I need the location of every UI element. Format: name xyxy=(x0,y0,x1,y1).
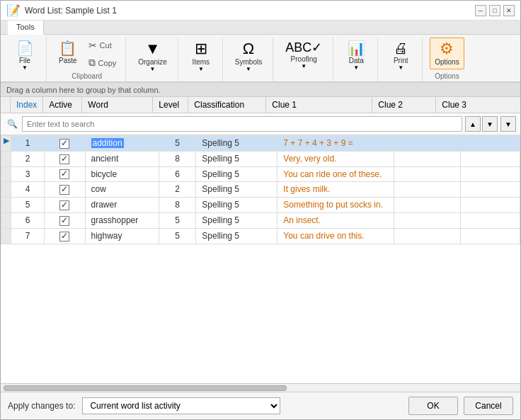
app-icon: 📝 xyxy=(6,4,21,17)
group-hint-bar: Drag a column here to group by that colu… xyxy=(1,83,520,97)
row-clue2 xyxy=(394,151,461,166)
row-clue2 xyxy=(394,228,461,244)
row-clue2 xyxy=(394,198,461,213)
search-down-button[interactable]: ▼ xyxy=(482,116,498,132)
file-dropdown-arrow: ▼ xyxy=(22,64,28,71)
active-checkbox[interactable] xyxy=(59,232,69,242)
row-active[interactable] xyxy=(45,228,85,244)
row-active[interactable] xyxy=(45,182,85,198)
classification-header[interactable]: Classification xyxy=(188,97,266,113)
close-button[interactable]: ✕ xyxy=(503,5,515,16)
table-row[interactable]: 2ancient8Spelling 5Very, very old. xyxy=(1,151,520,166)
proofing-button[interactable]: ABC✓ Proofing ▼ xyxy=(280,38,327,73)
row-clue3 xyxy=(461,151,520,166)
title-bar-left: 📝 Word List: Sample List 1 xyxy=(6,4,117,17)
horizontal-scrollbar[interactable] xyxy=(1,383,520,392)
clue1-header[interactable]: Clue 1 xyxy=(266,97,372,113)
table-row[interactable]: 6grasshopper5Spelling 5An insect. xyxy=(1,213,520,229)
cut-copy-column: ✂ Cut ⧉ Copy xyxy=(85,38,120,71)
active-checkbox[interactable] xyxy=(59,216,69,226)
row-indicator xyxy=(1,228,11,244)
ribbon-group-print: 🖨 Print ▼ xyxy=(379,38,423,81)
ribbon: Tools 📄 File ▼ 📋 Paste xyxy=(1,21,520,83)
row-active[interactable] xyxy=(45,213,85,229)
paste-icon: 📋 xyxy=(59,41,76,55)
apply-select[interactable]: Current word list activityAll activities… xyxy=(82,397,280,414)
row-indicator: ▶ xyxy=(1,136,11,152)
ribbon-group-file: 📄 File ▼ xyxy=(4,38,47,81)
row-level: 8 xyxy=(159,151,196,166)
row-active[interactable] xyxy=(45,166,85,182)
h-scroll-thumb[interactable] xyxy=(4,385,287,391)
proofing-label: Proofing xyxy=(291,55,317,63)
items-label: Items xyxy=(193,58,210,66)
row-clue3 xyxy=(461,213,520,229)
symbols-button[interactable]: Ω Symbols ▼ xyxy=(230,38,267,76)
row-active[interactable] xyxy=(45,136,85,152)
ribbon-group-options: ⚙ Options Options xyxy=(424,38,469,81)
row-active[interactable] xyxy=(45,198,85,213)
print-label: Print xyxy=(394,57,408,64)
table-row[interactable]: ▶1addition5Spelling 57 + 7 + 4 + 3 + 9 = xyxy=(1,136,520,152)
table-row[interactable]: 5drawer8Spelling 5Something to put socks… xyxy=(1,198,520,213)
row-clue1: Something to put socks in. xyxy=(277,198,394,213)
active-header[interactable]: Active xyxy=(43,97,82,113)
copy-button[interactable]: ⧉ Copy xyxy=(85,55,120,71)
organize-button[interactable]: ▼ Organize ▼ xyxy=(133,38,172,76)
symbols-arrow: ▼ xyxy=(246,66,251,72)
active-checkbox[interactable] xyxy=(59,185,69,195)
print-group-items: 🖨 Print ▼ xyxy=(385,38,416,79)
items-button[interactable]: ⊞ Items ▼ xyxy=(185,38,217,76)
window-title: Word List: Sample List 1 xyxy=(25,6,117,16)
search-input[interactable] xyxy=(22,116,462,132)
row-indicator xyxy=(1,151,11,166)
proofing-arrow: ▼ xyxy=(301,63,307,69)
maximize-button[interactable]: □ xyxy=(489,5,500,16)
organize-icon: ▼ xyxy=(145,41,161,57)
ok-button[interactable]: OK xyxy=(408,397,458,415)
row-clue2 xyxy=(394,182,461,198)
active-checkbox[interactable] xyxy=(59,169,69,179)
row-classification: Spelling 5 xyxy=(196,151,277,166)
search-icon: 🔍 xyxy=(5,119,19,129)
row-word: grasshopper xyxy=(85,213,159,229)
row-clue2 xyxy=(394,213,461,229)
row-clue3 xyxy=(461,198,520,213)
main-window: 📝 Word List: Sample List 1 ─ □ ✕ Tools 📄… xyxy=(0,0,521,420)
row-level: 8 xyxy=(159,198,196,213)
row-index: 5 xyxy=(11,198,45,213)
cut-button[interactable]: ✂ Cut xyxy=(85,38,120,53)
cancel-button[interactable]: Cancel xyxy=(464,397,513,415)
index-header[interactable]: Index xyxy=(11,97,43,113)
row-word: ancient xyxy=(85,151,159,166)
filter-button[interactable]: ▼ xyxy=(500,116,516,132)
word-header[interactable]: Word xyxy=(82,97,153,113)
table-row[interactable]: 3bicycle6Spelling 5You can ride one of t… xyxy=(1,166,520,182)
search-up-button[interactable]: ▲ xyxy=(465,116,481,132)
clue2-header[interactable]: Clue 2 xyxy=(372,97,436,113)
level-header[interactable]: Level xyxy=(153,97,188,113)
active-checkbox[interactable] xyxy=(59,154,69,164)
paste-button[interactable]: 📋 Paste xyxy=(54,38,82,71)
options-label: Options xyxy=(435,58,459,66)
data-button[interactable]: 📊 Data ▼ xyxy=(340,38,372,74)
row-active[interactable] xyxy=(45,151,85,166)
active-checkbox[interactable] xyxy=(59,200,69,210)
scrollbar-space xyxy=(493,97,501,113)
table-row[interactable]: 4cow2Spelling 5It gives milk. xyxy=(1,182,520,198)
proofing-icon: ABC✓ xyxy=(285,41,322,54)
print-button[interactable]: 🖨 Print ▼ xyxy=(385,38,416,74)
options-button[interactable]: ⚙ Options xyxy=(430,38,464,69)
active-checkbox[interactable] xyxy=(59,139,69,149)
grid-container: Drag a column here to group by that colu… xyxy=(1,83,520,392)
data-label: Data xyxy=(349,57,364,64)
table-row[interactable]: 7highway5Spelling 5You can drive on this… xyxy=(1,228,520,244)
minimize-button[interactable]: ─ xyxy=(475,5,486,16)
row-level: 5 xyxy=(159,228,196,244)
file-button[interactable]: 📄 File ▼ xyxy=(9,38,40,74)
items-group-items: ⊞ Items ▼ xyxy=(185,38,217,79)
tab-tools[interactable]: Tools xyxy=(8,21,44,35)
clue3-header[interactable]: Clue 3 xyxy=(436,97,493,113)
ribbon-tabs: Tools xyxy=(1,21,520,35)
row-level: 5 xyxy=(159,136,196,152)
